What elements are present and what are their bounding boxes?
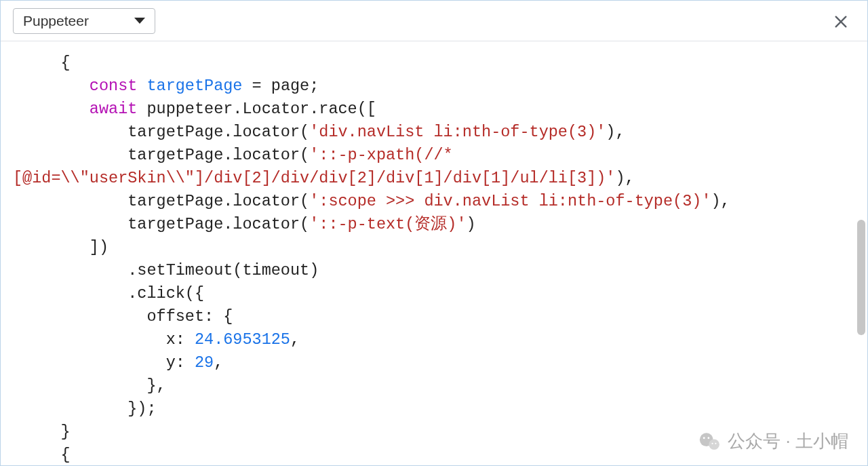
select-value: Puppeteer [23, 13, 89, 29]
code-line: targetPage.locator('div.navList li:nth-o… [13, 123, 625, 141]
code-line: targetPage.locator(':scope >>> div.navLi… [13, 192, 730, 210]
script-format-select[interactable]: Puppeteer [13, 8, 155, 34]
code-content: { const targetPage = page; await puppete… [13, 52, 865, 465]
scrollbar[interactable] [856, 54, 866, 454]
code-line: } [13, 423, 71, 441]
code-line: ]) [13, 238, 108, 256]
code-line: y: 29, [13, 353, 223, 372]
code-line: .click({ [13, 284, 204, 303]
code-line: }); [13, 400, 157, 418]
code-line: offset: { [13, 307, 233, 326]
code-area[interactable]: { const targetPage = page; await puppete… [1, 42, 867, 465]
chevron-down-icon [134, 18, 145, 24]
code-line: { [13, 446, 71, 464]
code-line: targetPage.locator('::-p-xpath(//* [13, 146, 453, 164]
code-line: const targetPage = page; [13, 77, 319, 95]
code-line: [@id=\\"userSkin\\"]/div[2]/div/div[2]/d… [13, 169, 635, 187]
code-line: }, [13, 376, 166, 395]
close-button[interactable] [832, 13, 850, 31]
code-line: .setTimeout(timeout) [13, 261, 319, 279]
scrollbar-thumb[interactable] [857, 220, 865, 335]
code-line: { [13, 54, 71, 72]
close-icon [833, 14, 848, 29]
toolbar: Puppeteer [1, 1, 867, 41]
code-line: await puppeteer.Locator.race([ [13, 100, 376, 118]
recorder-panel: Puppeteer { const targetPage = page; awa… [0, 0, 868, 466]
code-line: targetPage.locator('::-p-text(资源)') [13, 215, 476, 233]
code-line: x: 24.6953125, [13, 330, 300, 349]
